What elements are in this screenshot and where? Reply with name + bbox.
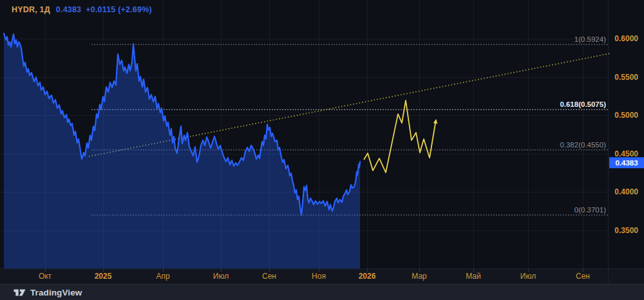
- price-axis-label: 0.5000: [614, 111, 638, 120]
- last-price-badge-text: 0.4383: [615, 159, 638, 167]
- tradingview-logo-text: TradingView: [30, 288, 82, 297]
- time-axis-label: Сен: [262, 272, 276, 281]
- symbol-legend[interactable]: HYDR, 1Д0.4383+0.0115 (+2.69%): [12, 5, 152, 14]
- fib-level-label: 1(0.5924): [574, 35, 606, 43]
- time-axis-label: 2026: [359, 272, 376, 281]
- time-axis-label: Окт: [39, 272, 52, 281]
- price-axis-label: 0.3500: [614, 226, 638, 235]
- time-axis-label: Сен: [576, 272, 590, 281]
- price-axis-label: 0.4000: [614, 187, 638, 196]
- symbol-title[interactable]: HYDR, 1Д: [12, 5, 50, 14]
- tradingview-logo-icon: [14, 287, 26, 298]
- time-axis-label: Ноя: [312, 272, 326, 281]
- time-axis-label: Июл: [213, 272, 229, 281]
- tradingview-chart-window: 1(0.5924)0.618(0.5075)0.382(0.4550)0(0.3…: [0, 0, 644, 300]
- price-axis-label: 0.6000: [614, 34, 638, 43]
- time-axis-label: Май: [466, 272, 481, 281]
- time-axis-label: Мар: [412, 272, 427, 281]
- chart-canvas[interactable]: 1(0.5924)0.618(0.5075)0.382(0.4550)0(0.3…: [0, 0, 644, 284]
- last-price-value: 0.4383: [56, 5, 81, 14]
- time-axis-label: Июл: [520, 272, 536, 281]
- fib-level-label: 0.618(0.5075): [560, 100, 606, 108]
- fib-level-label: 0.382(0.4550): [560, 141, 606, 149]
- bottom-toolbar: TradingView: [0, 284, 644, 300]
- time-axis-label: Апр: [156, 272, 170, 281]
- price-change-value: +0.0115 (+2.69%): [86, 5, 152, 14]
- price-axis-label: 0.5500: [614, 73, 638, 82]
- price-axis-label: 0.4500: [614, 149, 638, 158]
- fib-level-label: 0(0.3701): [574, 206, 606, 214]
- tradingview-logo[interactable]: TradingView: [14, 287, 82, 298]
- last-price-badge: 0.4383: [609, 157, 644, 168]
- time-axis-label: 2025: [95, 272, 112, 281]
